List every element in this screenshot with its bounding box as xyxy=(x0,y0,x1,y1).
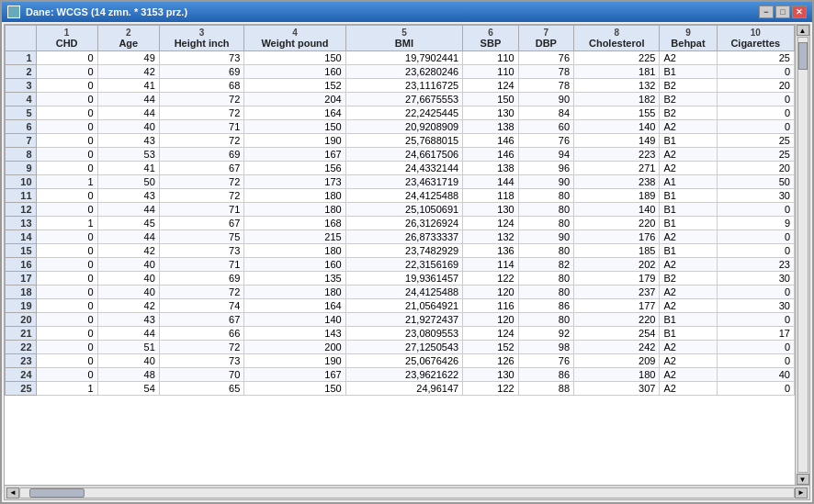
col-name-7: DBP xyxy=(523,38,570,49)
cell-dbp: 90 xyxy=(518,230,573,244)
cell-behpat: A2 xyxy=(660,258,717,272)
cell-weight: 180 xyxy=(244,244,345,258)
cell-cigarettes: 23 xyxy=(717,258,794,272)
cell-cigarettes: 25 xyxy=(717,148,794,162)
main-area: 1CHD2Age3Height inch4Weight pound5BMI6SB… xyxy=(5,25,809,485)
table-scroll-area[interactable]: 1CHD2Age3Height inch4Weight pound5BMI6SB… xyxy=(5,25,795,485)
cell-cholesterol: 271 xyxy=(574,162,660,175)
table-row: 140447521526,873333713290176A20 xyxy=(6,230,795,244)
row-number: 11 xyxy=(6,189,37,203)
cell-height: 65 xyxy=(159,382,244,396)
minimize-button[interactable]: − xyxy=(759,6,774,18)
scroll-thumb[interactable] xyxy=(798,42,808,70)
cell-sbp: 132 xyxy=(463,230,518,244)
vertical-scrollbar[interactable]: ▲ ▼ xyxy=(795,25,809,485)
table-row: 200436714021,927243712080220B10 xyxy=(6,313,795,327)
col-header-cholesterol[interactable]: 8Cholesterol xyxy=(574,26,660,51)
scroll-right-button[interactable]: ► xyxy=(795,487,808,498)
cell-behpat: A2 xyxy=(660,230,717,244)
cell-dbp: 90 xyxy=(518,93,573,106)
cell-age: 40 xyxy=(97,272,159,286)
cell-sbp: 126 xyxy=(463,354,518,368)
col-name-9: Behpat xyxy=(663,38,712,49)
horizontal-scrollbar[interactable]: ◄ ► xyxy=(5,485,809,499)
cell-weight: 152 xyxy=(244,79,345,93)
col-header-age[interactable]: 2Age xyxy=(97,26,159,51)
col-header-cigarettes[interactable]: 10Cigarettes xyxy=(717,26,794,51)
horizontal-scroll-track[interactable] xyxy=(19,487,795,498)
cell-sbp: 124 xyxy=(463,79,518,93)
cell-age: 48 xyxy=(97,368,159,382)
cell-sbp: 110 xyxy=(463,65,518,79)
cell-behpat: A2 xyxy=(660,341,717,354)
cell-weight: 164 xyxy=(244,299,345,313)
cell-behpat: B2 xyxy=(660,106,717,120)
col-header-dbp[interactable]: 7DBP xyxy=(518,26,573,51)
table-row: 251546515024,9614712288307A20 xyxy=(6,382,795,396)
maximize-button[interactable]: □ xyxy=(775,6,790,18)
cell-bmi: 19,9361457 xyxy=(345,272,463,286)
cell-height: 67 xyxy=(159,313,244,327)
cell-height: 72 xyxy=(159,189,244,203)
cell-height: 73 xyxy=(159,354,244,368)
cell-bmi: 20,9208909 xyxy=(345,120,463,134)
cell-dbp: 88 xyxy=(518,382,573,396)
cell-cholesterol: 185 xyxy=(574,244,660,258)
row-number: 2 xyxy=(6,65,37,79)
close-button[interactable]: ✕ xyxy=(792,6,807,18)
cell-weight: 156 xyxy=(244,162,345,175)
col-num-9: 9 xyxy=(663,28,712,38)
col-header-behpat[interactable]: 9Behpat xyxy=(660,26,717,51)
cell-weight: 150 xyxy=(244,382,345,396)
cell-dbp: 80 xyxy=(518,286,573,299)
cell-cigarettes: 0 xyxy=(717,354,794,368)
cell-cholesterol: 140 xyxy=(574,120,660,134)
cell-height: 67 xyxy=(159,217,244,230)
cell-sbp: 152 xyxy=(463,341,518,354)
cell-age: 42 xyxy=(97,299,159,313)
col-header-bmi[interactable]: 5BMI xyxy=(345,26,463,51)
cell-cigarettes: 0 xyxy=(717,341,794,354)
cell-behpat: A2 xyxy=(660,286,717,299)
cell-cigarettes: 20 xyxy=(717,162,794,175)
horizontal-scroll-thumb[interactable] xyxy=(29,488,85,498)
row-number: 18 xyxy=(6,286,37,299)
cell-sbp: 144 xyxy=(463,175,518,189)
scroll-down-button[interactable]: ▼ xyxy=(797,474,809,485)
col-header-height-inch[interactable]: 3Height inch xyxy=(159,26,244,51)
cell-bmi: 25,7688015 xyxy=(345,134,463,148)
cell-behpat: A2 xyxy=(660,51,717,65)
cell-weight: 160 xyxy=(244,65,345,79)
cell-height: 71 xyxy=(159,258,244,272)
row-number: 10 xyxy=(6,175,37,189)
cell-weight: 150 xyxy=(244,51,345,65)
cell-cigarettes: 0 xyxy=(717,106,794,120)
col-num-3: 3 xyxy=(164,28,241,38)
cell-sbp: 130 xyxy=(463,106,518,120)
row-number: 13 xyxy=(6,217,37,230)
col-num-10: 10 xyxy=(721,28,790,38)
scroll-left-button[interactable]: ◄ xyxy=(6,487,19,498)
col-header-weight-pound[interactable]: 4Weight pound xyxy=(244,26,345,51)
table-row: 20426916023,628024611078181B10 xyxy=(6,65,795,79)
cell-dbp: 86 xyxy=(518,368,573,382)
cell-bmi: 22,3156169 xyxy=(345,258,463,272)
cell-behpat: A2 xyxy=(660,368,717,382)
cell-age: 40 xyxy=(97,354,159,368)
cell-sbp: 110 xyxy=(463,51,518,65)
cell-cigarettes: 30 xyxy=(717,272,794,286)
col-num-8: 8 xyxy=(578,28,655,38)
cell-cigarettes: 40 xyxy=(717,368,794,382)
cell-dbp: 80 xyxy=(518,189,573,203)
cell-age: 40 xyxy=(97,286,159,299)
cell-bmi: 23,0809553 xyxy=(345,327,463,341)
cell-behpat: A2 xyxy=(660,299,717,313)
scroll-up-button[interactable]: ▲ xyxy=(797,25,809,36)
cell-cigarettes: 0 xyxy=(717,65,794,79)
row-number: 6 xyxy=(6,120,37,134)
cell-age: 40 xyxy=(97,120,159,134)
col-header-sbp[interactable]: 6SBP xyxy=(463,26,518,51)
col-header-chd[interactable]: 1CHD xyxy=(36,26,97,51)
table-row: 110437218024,412548811880189B130 xyxy=(6,189,795,203)
cell-bmi: 22,2425445 xyxy=(345,106,463,120)
